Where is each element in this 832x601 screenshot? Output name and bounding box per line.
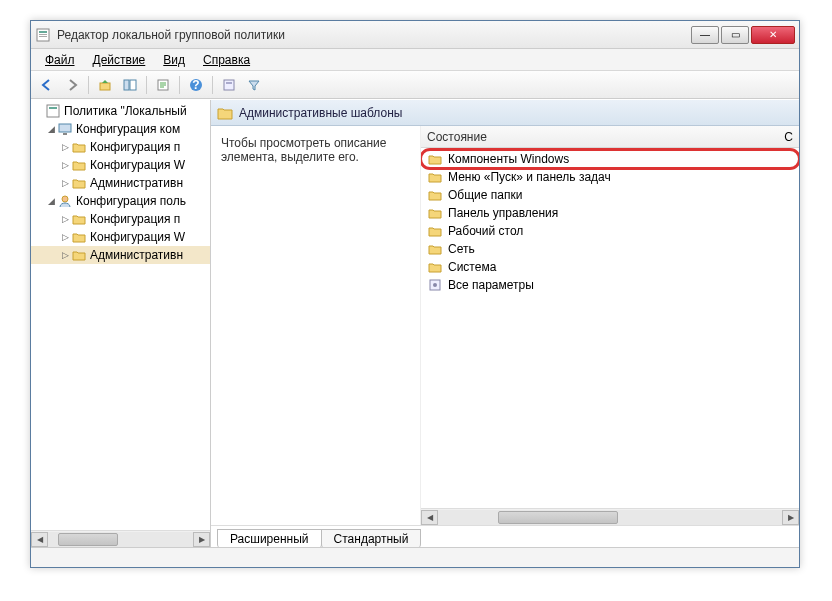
filter-button[interactable] [242, 74, 266, 96]
svg-rect-1 [39, 31, 47, 33]
close-button[interactable]: ✕ [751, 26, 795, 44]
list-item-desktop[interactable]: Рабочий стол [421, 222, 799, 240]
export-list-button[interactable] [151, 74, 175, 96]
tree-user-software[interactable]: ▷ Конфигурация п [31, 210, 210, 228]
back-button[interactable] [35, 74, 59, 96]
folder-icon [217, 106, 233, 120]
properties-button[interactable] [217, 74, 241, 96]
toolbar: ? [31, 71, 799, 99]
show-hide-tree-button[interactable] [118, 74, 142, 96]
settings-icon [427, 277, 443, 293]
list-item-start-menu[interactable]: Меню «Пуск» и панель задач [421, 168, 799, 186]
titlebar[interactable]: Редактор локальной групповой политики — … [31, 21, 799, 49]
tab-extended[interactable]: Расширенный [217, 529, 322, 547]
window-title: Редактор локальной групповой политики [57, 28, 691, 42]
content-title: Административные шаблоны [239, 106, 402, 120]
svg-rect-6 [130, 80, 136, 90]
settings-list[interactable]: Компоненты Windows Меню «Пуск» и панель … [421, 148, 799, 508]
tree-comp-windows[interactable]: ▷ Конфигурация W [31, 156, 210, 174]
folder-icon [427, 187, 443, 203]
view-tabs: Расширенный Стандартный [211, 525, 799, 547]
tree-user-admin[interactable]: ▷ Административн [31, 246, 210, 264]
svg-text:?: ? [192, 78, 199, 92]
list-item-all-settings[interactable]: Все параметры [421, 276, 799, 294]
col-state[interactable]: Состояние [427, 130, 763, 144]
gpedit-window: Редактор локальной групповой политики — … [30, 20, 800, 568]
list-hscroll[interactable]: ◀ ▶ [421, 508, 799, 525]
folder-icon [71, 175, 87, 191]
description-pane: Чтобы просмотреть описание элемента, выд… [211, 126, 421, 525]
folder-icon [427, 205, 443, 221]
svg-rect-11 [226, 82, 232, 84]
list-item-shared-folders[interactable]: Общие папки [421, 186, 799, 204]
content-header: Административные шаблоны [211, 100, 799, 126]
list-item-control-panel[interactable]: Панель управления [421, 204, 799, 222]
tab-standard[interactable]: Стандартный [321, 529, 422, 547]
folder-icon [427, 151, 443, 167]
list-header[interactable]: Состояние С [421, 126, 799, 148]
menu-file[interactable]: Файл [37, 51, 83, 69]
description-text: Чтобы просмотреть описание элемента, выд… [221, 136, 386, 164]
tree-comp-software[interactable]: ▷ Конфигурация п [31, 138, 210, 156]
svg-rect-15 [63, 133, 67, 135]
menubar: Файл Действие Вид Справка [31, 49, 799, 71]
menu-action[interactable]: Действие [85, 51, 154, 69]
svg-rect-12 [47, 105, 59, 117]
folder-icon [427, 259, 443, 275]
tree-user-windows[interactable]: ▷ Конфигурация W [31, 228, 210, 246]
menu-help[interactable]: Справка [195, 51, 258, 69]
svg-point-18 [433, 283, 437, 287]
user-icon [57, 193, 73, 209]
folder-icon [71, 139, 87, 155]
svg-rect-10 [224, 80, 234, 90]
minimize-button[interactable]: — [691, 26, 719, 44]
tree-root[interactable]: Политика "Локальный [31, 102, 210, 120]
svg-rect-13 [49, 107, 57, 109]
folder-icon [427, 223, 443, 239]
list-item-windows-components[interactable]: Компоненты Windows [421, 150, 799, 168]
svg-rect-2 [39, 34, 47, 35]
tree-user-config[interactable]: ◢ Конфигурация поль [31, 192, 210, 210]
tree-pane: Политика "Локальный ◢ Конфигурация ком ▷… [31, 100, 211, 547]
svg-point-16 [62, 196, 68, 202]
svg-rect-4 [100, 83, 110, 90]
svg-rect-5 [124, 80, 129, 90]
content-pane: Административные шаблоны Чтобы просмотре… [211, 100, 799, 547]
folder-icon [71, 247, 87, 263]
sidebar-hscroll[interactable]: ◀ ▶ [31, 530, 210, 547]
folder-icon [427, 169, 443, 185]
col-c[interactable]: С [763, 130, 793, 144]
folder-icon [427, 241, 443, 257]
policy-tree[interactable]: Политика "Локальный ◢ Конфигурация ком ▷… [31, 100, 210, 530]
help-button[interactable]: ? [184, 74, 208, 96]
statusbar [31, 547, 799, 567]
folder-icon [71, 229, 87, 245]
list-item-system[interactable]: Система [421, 258, 799, 276]
maximize-button[interactable]: ▭ [721, 26, 749, 44]
up-button[interactable] [93, 74, 117, 96]
tree-computer-config[interactable]: ◢ Конфигурация ком [31, 120, 210, 138]
menu-view[interactable]: Вид [155, 51, 193, 69]
list-item-network[interactable]: Сеть [421, 240, 799, 258]
list-pane: Состояние С Компоненты Windows Меню «Пус… [421, 126, 799, 525]
policy-icon [45, 103, 61, 119]
svg-rect-14 [59, 124, 71, 132]
body: Политика "Локальный ◢ Конфигурация ком ▷… [31, 99, 799, 547]
app-icon [35, 27, 51, 43]
folder-icon [71, 157, 87, 173]
svg-rect-3 [39, 36, 47, 37]
forward-button[interactable] [60, 74, 84, 96]
tree-comp-admin[interactable]: ▷ Административн [31, 174, 210, 192]
folder-icon [71, 211, 87, 227]
computer-icon [57, 121, 73, 137]
